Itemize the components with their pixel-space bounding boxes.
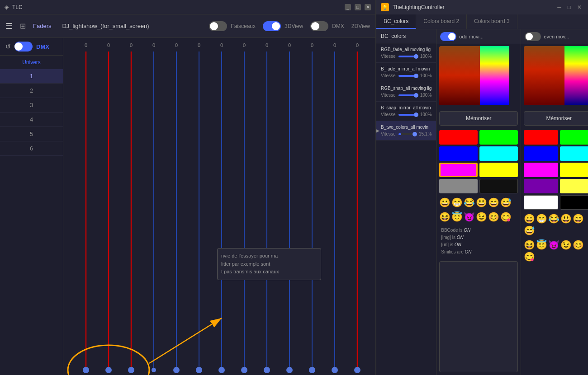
emoji-10[interactable]: 😉 bbox=[476, 211, 487, 222]
effect-item-2[interactable]: RGB_snap_all moving lig Vitesse 100% bbox=[376, 82, 436, 102]
tlc-right-minimize[interactable]: ─ bbox=[555, 3, 563, 11]
tlc-right-close[interactable]: ✕ bbox=[575, 3, 583, 11]
tab-bc-colors[interactable]: BC_colors bbox=[376, 14, 416, 29]
bbcode-line: BBCode is ON bbox=[441, 227, 516, 234]
tab-colors-board2[interactable]: Colors board 2 bbox=[416, 14, 467, 29]
tlc-titlebar: ◈ TLC _ □ ✕ bbox=[0, 0, 375, 14]
emoji-3[interactable]: 😂 bbox=[464, 197, 475, 208]
swatch-cyan-1[interactable] bbox=[479, 146, 518, 161]
swatch-red-2[interactable] bbox=[524, 130, 558, 145]
tab-colors-board3[interactable]: Colors board 3 bbox=[467, 14, 517, 29]
svg-point-36 bbox=[309, 367, 315, 373]
emoji-2[interactable]: 😁 bbox=[451, 197, 463, 208]
sidebar-item-3[interactable]: 3 bbox=[0, 98, 63, 112]
faisceaux-toggle[interactable] bbox=[209, 21, 227, 31]
board2-toggle[interactable] bbox=[440, 32, 456, 41]
sidebar-item-4[interactable]: 4 bbox=[0, 112, 63, 127]
board3-gradient-svg bbox=[524, 46, 588, 105]
threed-toggle-group: 3DView bbox=[263, 21, 303, 31]
svg-text:0: 0 bbox=[333, 42, 336, 48]
svg-text:0: 0 bbox=[311, 42, 313, 48]
emoji-1[interactable]: 😀 bbox=[439, 197, 450, 208]
url-line: [url] is ON bbox=[441, 241, 516, 248]
dmx-undo-icon[interactable]: ↺ bbox=[5, 43, 11, 50]
tlc-right-title: TheLightingController bbox=[393, 4, 552, 10]
board3-color-preview bbox=[524, 46, 588, 107]
swatch-black-2[interactable] bbox=[560, 195, 588, 210]
board3-header: even mov... bbox=[521, 29, 588, 44]
emoji-b3-9[interactable]: 😈 bbox=[548, 239, 560, 250]
emoji-b3-12[interactable]: 😋 bbox=[524, 251, 535, 262]
tlc-right-maximize[interactable]: □ bbox=[566, 3, 573, 11]
effect-item-1[interactable]: B_fade_mirror_all movin Vitesse 100% bbox=[376, 63, 436, 82]
emoji-4[interactable]: 😃 bbox=[476, 197, 487, 208]
emoji-b3-7[interactable]: 😆 bbox=[524, 239, 535, 250]
effect-vitesse-1: Vitesse 100% bbox=[381, 73, 432, 78]
emoji-12[interactable]: 😋 bbox=[500, 211, 512, 222]
swatch-magenta-1[interactable] bbox=[439, 163, 478, 177]
dmx-toggle[interactable] bbox=[310, 21, 328, 31]
emoji-8[interactable]: 😇 bbox=[451, 211, 463, 222]
emoji-b3-10[interactable]: 😉 bbox=[560, 239, 572, 250]
svg-point-27 bbox=[105, 367, 112, 373]
board3-memoriser-btn[interactable]: Mémoriser bbox=[524, 111, 588, 126]
emoji-9[interactable]: 😈 bbox=[464, 211, 475, 222]
board2-textarea[interactable] bbox=[439, 261, 518, 372]
swatch-yellow-1[interactable] bbox=[479, 163, 518, 177]
sidebar-item-1[interactable]: 1 bbox=[0, 69, 63, 84]
emoji-b3-8[interactable]: 😇 bbox=[536, 239, 547, 250]
effect-item-3[interactable]: B_snap_mirror_all movin Vitesse 100% bbox=[376, 102, 436, 121]
effect-item-0[interactable]: RGB_fade_all moving lig Vitesse 100% bbox=[376, 43, 436, 63]
tlc-right-icon: 💡 bbox=[381, 3, 389, 11]
swatch-yellow-2[interactable] bbox=[560, 163, 588, 177]
svg-line-53 bbox=[149, 318, 222, 363]
emoji-b3-6[interactable]: 😅 bbox=[524, 225, 535, 236]
svg-point-35 bbox=[286, 367, 293, 373]
swatch-gray-1[interactable] bbox=[439, 179, 478, 193]
swatch-magenta-2[interactable] bbox=[524, 163, 558, 177]
effect-item-4[interactable]: ▶ B_two_colors_all movin Vitesse 15.1% bbox=[376, 121, 436, 141]
swatch-black-1[interactable] bbox=[479, 179, 518, 193]
emoji-7[interactable]: 😆 bbox=[439, 211, 450, 222]
svg-point-29 bbox=[152, 368, 156, 372]
board2-memoriser-btn[interactable]: Mémoriser bbox=[439, 111, 518, 126]
swatch-blue-1[interactable] bbox=[439, 146, 478, 161]
sidebar-dmx-toggle[interactable] bbox=[14, 42, 33, 52]
emoji-b3-4[interactable]: 😃 bbox=[560, 213, 572, 224]
close-button[interactable]: ✕ bbox=[365, 4, 371, 10]
svg-text:0: 0 bbox=[198, 42, 200, 48]
emoji-b3-1[interactable]: 😀 bbox=[524, 213, 535, 224]
swatch-lightyellow-2[interactable] bbox=[560, 179, 588, 193]
emoji-b3-2[interactable]: 😁 bbox=[536, 213, 547, 224]
swatch-green-1[interactable] bbox=[479, 130, 518, 145]
tlc-window-title: TLC bbox=[12, 4, 23, 10]
board2-swatches bbox=[436, 128, 521, 195]
emoji-b3-3[interactable]: 😂 bbox=[548, 213, 560, 224]
menu-icon[interactable]: ☰ bbox=[5, 21, 13, 31]
tlc-content: ↺ DMX Univers 1 2 3 4 5 6 0 0 0 0 0 bbox=[0, 38, 375, 375]
faders-label[interactable]: Faders bbox=[33, 23, 51, 29]
swatch-cyan-2[interactable] bbox=[560, 146, 588, 161]
swatch-blue-2[interactable] bbox=[524, 146, 558, 161]
emoji-6[interactable]: 😅 bbox=[500, 197, 512, 208]
effect-name-1: B_fade_mirror_all movin bbox=[381, 66, 432, 71]
emoji-b3-11[interactable]: 😊 bbox=[573, 239, 584, 250]
swatch-green-2[interactable] bbox=[560, 130, 588, 145]
sidebar-item-6[interactable]: 6 bbox=[0, 141, 63, 156]
board3-toggle[interactable] bbox=[525, 32, 541, 41]
maximize-button[interactable]: □ bbox=[355, 4, 361, 10]
popup-overlay: nvie de l'essayer pour ma litter par exe… bbox=[217, 248, 321, 280]
emoji-5[interactable]: 😄 bbox=[488, 197, 499, 208]
swatch-white-2[interactable] bbox=[524, 195, 558, 210]
emoji-11[interactable]: 😊 bbox=[488, 211, 499, 222]
sidebar-item-5[interactable]: 5 bbox=[0, 127, 63, 141]
threed-label: 3DView bbox=[285, 23, 303, 29]
sidebar-item-2[interactable]: 2 bbox=[0, 84, 63, 98]
swatch-purple-2[interactable] bbox=[524, 179, 558, 193]
swatch-red-1[interactable] bbox=[439, 130, 478, 145]
bc-colors-title: BC_colors bbox=[376, 29, 436, 43]
board2-header: odd movi... bbox=[436, 29, 521, 44]
minimize-button[interactable]: _ bbox=[345, 4, 351, 10]
threed-toggle[interactable] bbox=[263, 21, 281, 31]
emoji-b3-5[interactable]: 😄 bbox=[573, 213, 584, 224]
